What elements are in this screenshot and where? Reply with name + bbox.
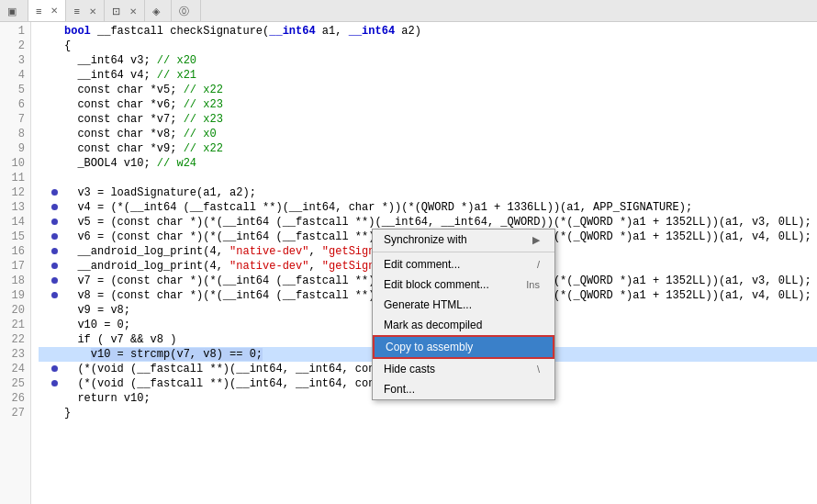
line-number-1: 1 [4, 24, 25, 39]
code-text-9: const char *v9; // x22 [64, 141, 223, 156]
code-line-2[interactable]: { [39, 39, 817, 53]
line-number-25: 25 [4, 376, 25, 391]
code-line-5[interactable]: const char *v5; // x22 [39, 83, 817, 97]
code-text-4: __int64 v4; // x21 [64, 68, 196, 83]
line-number-19: 19 [4, 288, 25, 303]
tab-hex-view-1[interactable]: ◈ [145, 0, 172, 22]
code-line-1[interactable]: bool __fastcall checkSignature(__int64 a… [39, 24, 817, 39]
menu-item-synchronize-with[interactable]: Synchronize with▶ [373, 230, 554, 250]
line-number-6: 6 [4, 97, 25, 112]
breakpoint-dot-19 [51, 292, 58, 298]
line-gutter-15 [51, 230, 62, 244]
code-text-7: const char *v7; // x23 [64, 112, 223, 127]
code-text-20: v9 = v8; [64, 303, 130, 318]
menu-item-shortcut: Ins [526, 279, 540, 290]
line-numbers: 1234567891011121314151617181920212223242… [0, 22, 31, 504]
line-gutter-25 [51, 376, 62, 391]
tab-icon-pseudo-a: ≡ [73, 6, 79, 17]
line-number-14: 14 [4, 215, 25, 230]
line-number-7: 7 [4, 112, 25, 127]
code-text-24: (*(void (__fastcall **)(__int64, __int64… [64, 362, 382, 376]
menu-item-copy-to-assembly[interactable]: Copy to assembly [373, 335, 554, 359]
menu-item-label: Mark as decompiled [384, 319, 482, 331]
line-number-5: 5 [4, 83, 25, 97]
line-gutter-14 [51, 215, 62, 230]
tab-close-pseudo-a[interactable]: ✕ [89, 6, 96, 17]
breakpoint-dot-13 [51, 204, 58, 210]
line-number-24: 24 [4, 362, 25, 376]
line-number-10: 10 [4, 156, 25, 171]
tab-icon-ida: ▣ [7, 6, 17, 17]
code-line-12[interactable]: v3 = loadSignature(a1, a2); [39, 185, 817, 200]
menu-item-hide-casts[interactable]: Hide casts\ [373, 359, 554, 379]
code-text-5: const char *v5; // x22 [64, 83, 223, 97]
line-number-26: 26 [4, 391, 25, 406]
line-gutter-16 [51, 244, 62, 259]
line-number-18: 18 [4, 274, 25, 288]
line-gutter-24 [51, 362, 62, 376]
code-text-22: if ( v7 && v8 ) [64, 332, 176, 347]
line-number-21: 21 [4, 318, 25, 332]
menu-item-label: Generate HTML... [384, 298, 472, 311]
menu-item-edit-comment[interactable]: Edit comment.../ [373, 254, 554, 274]
tab-bar-empty [201, 0, 817, 21]
line-gutter-17 [51, 259, 62, 274]
code-line-3[interactable]: __int64 v3; // x20 [39, 53, 817, 68]
line-number-15: 15 [4, 230, 25, 244]
code-line-13[interactable]: v4 = (*(__int64 (__fastcall **)(__int64,… [39, 200, 817, 215]
menu-item-label: Copy to assembly [386, 341, 473, 353]
tab-icon-hex: ◈ [152, 6, 160, 17]
line-number-22: 22 [4, 332, 25, 347]
code-line-27[interactable]: } [39, 406, 817, 420]
line-number-16: 16 [4, 244, 25, 259]
tab-close-pseudo-b[interactable]: ✕ [50, 6, 58, 16]
code-text-14: v5 = (const char *)(*(__int64 (__fastcal… [64, 215, 811, 230]
menu-item-edit-block-comment[interactable]: Edit block comment...Ins [373, 274, 554, 295]
breakpoint-dot-16 [51, 248, 58, 254]
code-line-8[interactable]: const char *v8; // x0 [39, 127, 817, 141]
line-number-13: 13 [4, 200, 25, 215]
code-text-12: v3 = loadSignature(a1, a2); [64, 185, 256, 200]
menu-item-font[interactable]: Font... [373, 379, 554, 399]
code-text-21: v10 = 0; [64, 318, 130, 332]
code-text-8: const char *v8; // x0 [64, 127, 217, 141]
code-line-10[interactable]: _BOOL4 v10; // w24 [39, 156, 817, 171]
line-number-20: 20 [4, 303, 25, 318]
code-line-14[interactable]: v5 = (const char *)(*(__int64 (__fastcal… [39, 215, 817, 230]
menu-item-label: Synchronize with [384, 233, 467, 246]
tab-pseudocode-a[interactable]: ≡ ✕ [66, 0, 104, 22]
tab-ida-view-a[interactable]: ▣ [0, 0, 28, 22]
line-gutter-19 [51, 288, 62, 303]
tab-icon-pseudo-b: ≡ [36, 6, 41, 17]
code-line-9[interactable]: const char *v9; // x22 [39, 141, 817, 156]
code-text-27: } [64, 406, 71, 420]
code-line-11[interactable] [39, 171, 817, 185]
tab-close-strings[interactable]: ✕ [129, 6, 137, 17]
code-text-2: { [64, 39, 71, 53]
code-line-6[interactable]: const char *v6; // x23 [39, 97, 817, 112]
code-line-4[interactable]: __int64 v4; // x21 [39, 68, 817, 83]
tab-icon-struct: ⓪ [179, 5, 189, 18]
line-number-3: 3 [4, 53, 25, 68]
tab-strings-window[interactable]: ⊡ ✕ [105, 0, 145, 22]
tab-structures[interactable]: ⓪ [172, 0, 201, 22]
code-line-7[interactable]: const char *v7; // x23 [39, 112, 817, 127]
breakpoint-dot-12 [51, 189, 58, 196]
code-text-25: (*(void (__fastcall **)(__int64, __int64… [64, 376, 382, 391]
breakpoint-dot-18 [51, 277, 58, 284]
menu-item-label: Edit block comment... [384, 278, 489, 291]
breakpoint-dot-15 [51, 233, 58, 240]
breakpoint-dot-14 [51, 218, 58, 225]
code-text-3: __int64 v3; // x20 [64, 53, 196, 68]
line-number-23: 23 [4, 347, 25, 362]
code-text-26: return v10; [64, 391, 151, 406]
line-gutter-13 [51, 200, 62, 215]
context-menu: Synchronize with▶Edit comment.../Edit bl… [372, 229, 555, 400]
menu-item-generate-html[interactable]: Generate HTML... [373, 295, 554, 315]
tab-pseudocode-b[interactable]: ≡ ✕ [28, 0, 66, 22]
line-number-9: 9 [4, 141, 25, 156]
menu-item-mark-as-decompiled[interactable]: Mark as decompiled [373, 315, 554, 335]
breakpoint-dot-25 [51, 380, 58, 386]
line-number-4: 4 [4, 68, 25, 83]
tab-bar: ▣ ≡ ✕ ≡ ✕ ⊡ ✕ ◈ ⓪ [0, 0, 817, 22]
